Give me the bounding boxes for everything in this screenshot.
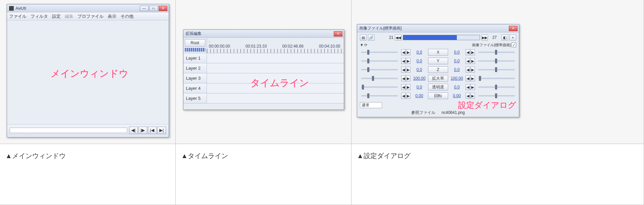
settings-titlebar[interactable]: 画像ファイル[標準描画] ✕ [357, 24, 519, 32]
clock-icon[interactable]: ⟳ [364, 43, 367, 47]
ref-file-label[interactable]: 参照ファイル [411, 110, 435, 116]
chain-icon-button[interactable]: 🔗 [368, 35, 375, 41]
param-left-value[interactable]: 100.00 [413, 76, 426, 81]
menu-filter[interactable]: フィルタ [31, 13, 48, 19]
layer-track[interactable] [207, 93, 344, 103]
param-right-slider[interactable] [478, 69, 515, 70]
menu-edit[interactable]: 編集 [65, 13, 73, 19]
param-right-slider[interactable] [478, 78, 515, 79]
param-left-value[interactable]: 0.0 [413, 85, 426, 89]
time-ruler[interactable]: ᵢ 00:00:00.00 00:01:23.33 00:02:46.66 00… [207, 38, 344, 53]
param-right-value[interactable]: 0.0 [450, 67, 464, 72]
param-right-slider[interactable] [478, 60, 515, 62]
menu-file[interactable]: ファイル [9, 13, 26, 19]
dec-right-icon[interactable]: ◀ [466, 67, 470, 73]
param-right-slider[interactable] [478, 95, 515, 96]
layer-track[interactable] [207, 73, 344, 83]
step-back-icon[interactable]: ◀| [129, 127, 138, 134]
menu-other[interactable]: その他 [120, 13, 133, 19]
layer-icon-button[interactable]: ▤ [360, 35, 367, 41]
frame-start-prev-icon[interactable]: ◀◀ [395, 35, 401, 41]
layer-track[interactable] [207, 53, 344, 63]
inc-right-icon[interactable]: ▶ [470, 93, 475, 99]
seek-slider[interactable] [10, 128, 127, 133]
dec-right-icon[interactable]: ◀ [466, 93, 470, 99]
layer-track[interactable] [207, 83, 344, 93]
main-window-titlebar[interactable]: AviUtl — ▭ ✕ [7, 4, 169, 12]
param-right-value[interactable]: 0.0 [450, 50, 464, 55]
inc-right-icon[interactable]: ▶ [470, 84, 475, 90]
inc-right-icon[interactable]: ▶ [470, 67, 475, 73]
menubar: ファイル フィルタ 設定 編集 プロファイル 表示 その他 [7, 12, 169, 20]
param-left-slider[interactable] [361, 69, 398, 70]
layer-label-4[interactable]: Layer 4 [183, 83, 207, 93]
inc-left-icon[interactable]: ▶ [406, 93, 411, 99]
param-right-slider[interactable] [478, 52, 515, 53]
param-left-value[interactable]: 0.00 [413, 93, 426, 98]
param-left-value[interactable]: 0.0 [413, 50, 426, 55]
dec-right-icon[interactable]: ◀ [466, 49, 470, 55]
param-right-slider[interactable] [478, 86, 515, 88]
param-right-value[interactable]: 0.0 [450, 59, 464, 63]
param-name-button[interactable]: Z [428, 66, 448, 73]
param-left-value[interactable]: 0.0 [413, 67, 426, 72]
go-start-icon[interactable]: |◀ [148, 127, 157, 134]
param-name-button[interactable]: X [428, 49, 448, 56]
dec-left-icon[interactable]: ◀ [401, 93, 406, 99]
inc-left-icon[interactable]: ▶ [406, 75, 411, 81]
filter-enable-checkbox[interactable]: ✓ [512, 43, 516, 47]
param-right-value[interactable]: 0.00 [450, 93, 464, 98]
param-left-slider[interactable] [361, 95, 398, 96]
close-button[interactable]: ✕ [159, 6, 167, 11]
dec-left-icon[interactable]: ◀ [401, 67, 406, 73]
layer-label-2[interactable]: Layer 2 [183, 63, 207, 73]
dec-right-icon[interactable]: ◀ [466, 75, 470, 81]
blend-mode-select[interactable]: 通常 [360, 102, 382, 108]
step-forward-icon[interactable]: |▶ [139, 127, 147, 134]
frame-end-next-icon[interactable]: ▶▶ [481, 35, 488, 41]
inc-left-icon[interactable]: ▶ [406, 58, 411, 64]
menu-view[interactable]: 表示 [108, 13, 116, 19]
param-name-button[interactable]: 透明度 [428, 84, 448, 90]
menu-profile[interactable]: プロファイル [77, 13, 104, 19]
root-button[interactable]: Root [185, 39, 205, 47]
param-row-透明度: ◀▶0.0透明度0.0◀▶ [360, 83, 516, 91]
timeline-titlebar[interactable]: 拡張編集 ✕ [183, 30, 344, 38]
inc-right-icon[interactable]: ▶ [470, 75, 475, 81]
param-name-button[interactable]: Y [428, 58, 448, 64]
param-left-value[interactable]: 0.0 [413, 59, 426, 63]
menu-settings[interactable]: 設定 [52, 13, 61, 19]
inc-left-icon[interactable]: ▶ [406, 67, 411, 73]
frame-range-bar[interactable] [403, 35, 480, 40]
dec-right-icon[interactable]: ◀ [466, 58, 470, 64]
dec-right-icon[interactable]: ◀ [466, 84, 470, 90]
dec-left-icon[interactable]: ◀ [401, 75, 406, 81]
inc-left-icon[interactable]: ▶ [406, 49, 411, 55]
dec-left-icon[interactable]: ◀ [401, 49, 406, 55]
param-right-value[interactable]: 0.0 [450, 85, 464, 89]
layer-label-3[interactable]: Layer 3 [183, 73, 207, 83]
dec-left-icon[interactable]: ◀ [401, 84, 406, 90]
inc-left-icon[interactable]: ▶ [406, 84, 411, 90]
param-name-button[interactable]: 回転 [428, 92, 448, 99]
maximize-button[interactable]: ▭ [149, 6, 158, 11]
param-left-slider[interactable] [361, 86, 398, 88]
timeline-close-button[interactable]: ✕ [334, 31, 342, 37]
inc-right-icon[interactable]: ▶ [470, 49, 475, 55]
param-right-value[interactable]: 100.00 [450, 76, 464, 81]
param-name-button[interactable]: 拡大率 [428, 75, 448, 82]
layer-label-5[interactable]: Layer 5 [183, 93, 207, 103]
extra-button-2[interactable]: + [509, 35, 516, 41]
settings-close-button[interactable]: ✕ [509, 26, 518, 31]
go-end-icon[interactable]: ▶| [157, 127, 166, 134]
layer-label-1[interactable]: Layer 1 [183, 53, 207, 63]
param-left-slider[interactable] [361, 52, 398, 53]
extra-button-1[interactable]: ◧ [501, 35, 508, 41]
dec-left-icon[interactable]: ◀ [401, 58, 406, 64]
layer-track[interactable] [207, 63, 344, 73]
param-left-slider[interactable] [361, 60, 398, 62]
collapse-icon[interactable]: ▼ [360, 43, 364, 47]
inc-right-icon[interactable]: ▶ [470, 58, 475, 64]
minimize-button[interactable]: — [140, 6, 149, 11]
param-left-slider[interactable] [361, 78, 398, 79]
